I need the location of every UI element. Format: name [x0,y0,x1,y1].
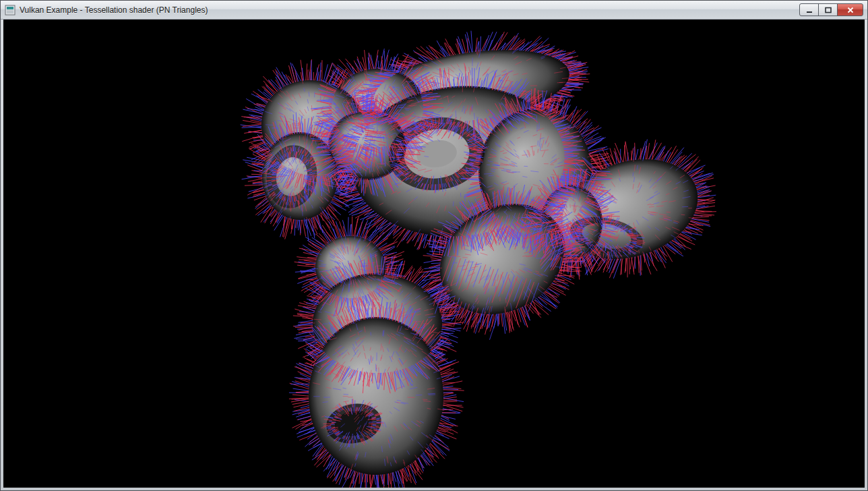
close-icon [846,6,855,14]
window-controls [799,3,863,16]
viewport [3,20,865,488]
render-canvas[interactable] [3,20,865,488]
window-title: Vulkan Example - Tessellation shader (PN… [20,5,799,15]
maximize-button[interactable] [818,3,838,16]
app-window: Vulkan Example - Tessellation shader (PN… [0,0,868,491]
title-bar[interactable]: Vulkan Example - Tessellation shader (PN… [1,1,867,20]
app-icon[interactable] [5,5,16,16]
vulkan-app-icon [5,5,16,16]
minimize-button[interactable] [799,3,819,16]
minimize-icon [805,6,813,14]
maximize-icon [824,6,832,14]
close-button[interactable] [837,3,863,16]
